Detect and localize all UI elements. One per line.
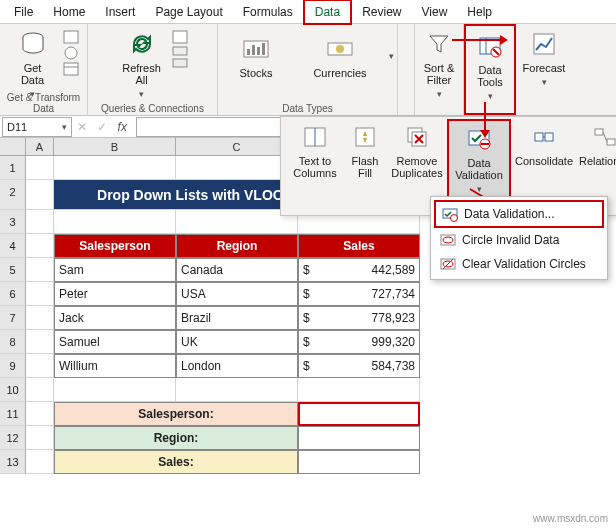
from-table-icon[interactable] (63, 62, 79, 76)
refresh-all-button[interactable]: Refresh All ▾ (118, 26, 166, 102)
tab-file[interactable]: File (4, 1, 43, 23)
refresh-icon (126, 28, 158, 60)
header-sales: Sales (298, 234, 420, 258)
flash-fill-icon (349, 121, 381, 153)
svg-rect-7 (173, 59, 187, 67)
sales-output-cell[interactable] (298, 450, 420, 474)
menu-circle-invalid[interactable]: Circle Invalid Data (434, 228, 604, 252)
properties-icon[interactable] (172, 46, 188, 56)
ribbon: Get Data ▾ Get & Transform Data Refresh … (0, 24, 616, 116)
cell-region[interactable]: USA (176, 282, 298, 306)
text-to-columns-button[interactable]: Text to Columns (287, 119, 343, 199)
svg-rect-6 (173, 47, 187, 55)
remove-duplicates-button[interactable]: Remove Duplicates (387, 119, 447, 199)
currencies-button[interactable]: Currencies (305, 31, 375, 81)
cell-sp[interactable]: Sam (54, 258, 176, 282)
circle-invalid-icon (440, 232, 456, 248)
form-label-sales: Sales: (54, 450, 298, 474)
relationships-button[interactable]: Relationsh (577, 119, 616, 199)
data-validation-menu: Data Validation... Circle Invalid Data C… (430, 196, 608, 280)
group-label-types: Data Types (218, 102, 397, 115)
region-output-cell[interactable] (298, 426, 420, 450)
svg-rect-31 (545, 133, 553, 141)
svg-rect-33 (607, 139, 615, 145)
enter-icon: ✓ (97, 120, 107, 134)
clear-circles-icon (440, 256, 456, 272)
row-header[interactable]: 6 (0, 282, 26, 306)
group-label-get: Get & Transform Data (0, 91, 87, 115)
form-label-salesperson: Salesperson: (54, 402, 298, 426)
tab-home[interactable]: Home (43, 1, 95, 23)
tab-help[interactable]: Help (457, 1, 502, 23)
chevron-down-icon: ▾ (139, 88, 144, 100)
select-all-corner[interactable] (0, 138, 26, 155)
queries-icon[interactable] (172, 30, 188, 44)
overflow-icon[interactable]: ▾ (389, 51, 394, 61)
cell-sp[interactable]: Willium (54, 354, 176, 378)
svg-point-36 (451, 215, 458, 222)
cell-region[interactable]: UK (176, 330, 298, 354)
refresh-all-label: Refresh All (122, 62, 161, 86)
text-columns-icon (299, 121, 331, 153)
menu-data-validation[interactable]: Data Validation... (434, 200, 604, 228)
consolidate-button[interactable]: Consolidate (511, 119, 577, 199)
from-text-icon[interactable] (63, 30, 79, 44)
svg-rect-1 (64, 31, 78, 43)
row-header[interactable]: 13 (0, 450, 26, 474)
forecast-icon (528, 28, 560, 60)
svg-point-14 (336, 45, 344, 53)
cell-sales[interactable]: $584,738 (298, 354, 420, 378)
tab-data[interactable]: Data (303, 0, 352, 25)
row-header[interactable]: 3 (0, 210, 26, 234)
cell-sp[interactable]: Jack (54, 306, 176, 330)
cell-sp[interactable]: Peter (54, 282, 176, 306)
from-web-icon[interactable] (63, 46, 79, 60)
cell-sales[interactable]: $778,923 (298, 306, 420, 330)
cancel-icon: ✕ (77, 120, 87, 134)
row-header[interactable]: 2 (0, 180, 26, 210)
edit-links-icon[interactable] (172, 58, 188, 68)
tab-insert[interactable]: Insert (95, 1, 145, 23)
cell-sales[interactable]: $727,734 (298, 282, 420, 306)
watermark: www.msxdn.com (533, 513, 608, 524)
get-data-label: Get Data (21, 62, 44, 86)
group-label-queries: Queries & Connections (88, 102, 217, 115)
tab-review[interactable]: Review (352, 1, 411, 23)
row-header[interactable]: 11 (0, 402, 26, 426)
col-header-a[interactable]: A (26, 138, 54, 155)
cell-sales[interactable]: $442,589 (298, 258, 420, 282)
cell-region[interactable]: Canada (176, 258, 298, 282)
row-header[interactable]: 7 (0, 306, 26, 330)
fx-icon[interactable]: fx (118, 120, 127, 134)
row-header[interactable]: 10 (0, 378, 26, 402)
menu-clear-circles[interactable]: Clear Validation Circles (434, 252, 604, 276)
consolidate-icon (528, 121, 560, 153)
svg-point-2 (65, 47, 77, 59)
salesperson-input-cell[interactable] (298, 402, 420, 426)
name-box[interactable]: D11▾ (2, 117, 72, 137)
tab-view[interactable]: View (412, 1, 458, 23)
row-header[interactable]: 4 (0, 234, 26, 258)
cell-region[interactable]: London (176, 354, 298, 378)
cell-sp[interactable]: Samuel (54, 330, 176, 354)
svg-rect-12 (262, 43, 265, 55)
stocks-button[interactable]: Stocks (221, 31, 291, 81)
row-header[interactable]: 5 (0, 258, 26, 282)
row-header[interactable]: 9 (0, 354, 26, 378)
tab-formulas[interactable]: Formulas (233, 1, 303, 23)
form-label-region: Region: (54, 426, 298, 450)
currencies-label: Currencies (313, 67, 366, 79)
row-header[interactable]: 1 (0, 156, 26, 180)
cell-region[interactable]: Brazil (176, 306, 298, 330)
cell-sales[interactable]: $999,320 (298, 330, 420, 354)
row-header[interactable]: 12 (0, 426, 26, 450)
tab-page-layout[interactable]: Page Layout (145, 1, 232, 23)
remove-duplicates-icon (401, 121, 433, 153)
currencies-icon (324, 33, 356, 65)
svg-rect-3 (64, 63, 78, 75)
header-region: Region (176, 234, 298, 258)
flash-fill-button[interactable]: Flash Fill (343, 119, 387, 199)
forecast-button[interactable]: Forecast ▾ (520, 26, 568, 90)
row-header[interactable]: 8 (0, 330, 26, 354)
col-header-b[interactable]: B (54, 138, 176, 155)
